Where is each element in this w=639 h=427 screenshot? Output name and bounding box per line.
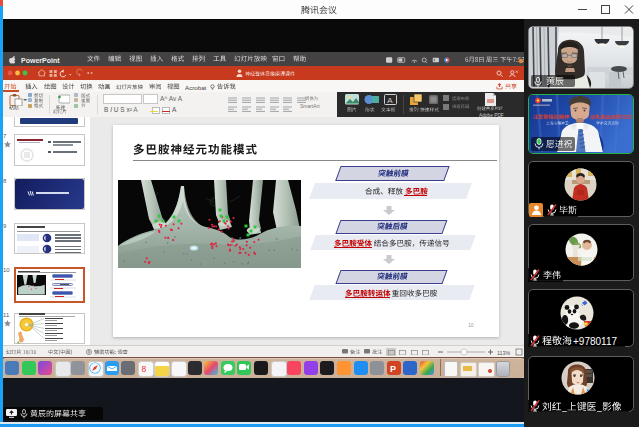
- svg-text:_: _: [597, 402, 602, 412]
- svg-text:9: 9: [3, 223, 7, 229]
- svg-text:_: _: [562, 402, 567, 412]
- svg-text:8: 8: [3, 178, 7, 184]
- svg-text:10: 10: [468, 322, 474, 328]
- svg-text:11: 11: [3, 312, 10, 318]
- svg-text:PowerPoint: PowerPoint: [21, 56, 60, 63]
- svg-text:A: A: [172, 106, 177, 113]
- svg-text:A^ Av A: A^ Av A: [160, 95, 183, 102]
- svg-text:8: 8: [141, 364, 146, 374]
- svg-text:SmartArt: SmartArt: [300, 103, 320, 109]
- svg-text:113%: 113%: [497, 350, 511, 356]
- svg-text:+9780117: +9780117: [573, 336, 617, 347]
- svg-text:7: 7: [3, 133, 7, 139]
- svg-text:A: A: [387, 96, 393, 105]
- svg-text:B I U S x² A: B I U S x² A: [104, 106, 138, 113]
- svg-text:P: P: [390, 364, 396, 374]
- svg-text:Acrobat: Acrobat: [185, 84, 207, 91]
- svg-text:10: 10: [3, 267, 10, 273]
